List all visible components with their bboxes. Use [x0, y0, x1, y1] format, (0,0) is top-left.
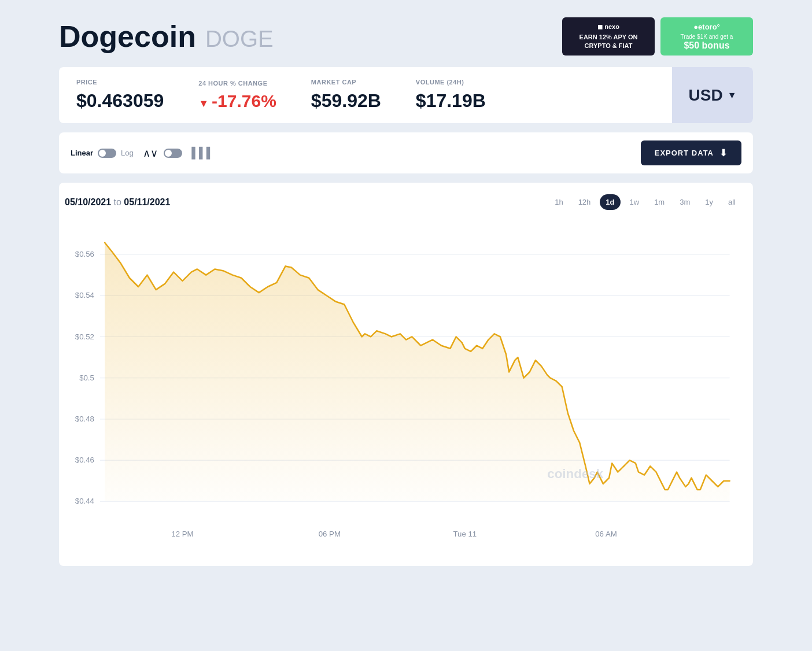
stats-main: PRICE $0.463059 24 HOUR % CHANGE -17.76%… — [59, 67, 672, 123]
export-label: EXPORT DATA — [655, 149, 714, 157]
price-label: PRICE — [76, 79, 164, 86]
marketcap-stat: MARKET CAP $59.92B — [311, 79, 381, 112]
change-value: -17.76% — [198, 91, 276, 111]
linear-log-toggle: Linear Log — [71, 149, 134, 158]
etoro-ad[interactable]: ●etoro° Trade $1K and get a $50 bonus — [660, 17, 753, 56]
time-btn-all[interactable]: all — [722, 194, 741, 210]
chart-type-switch[interactable] — [164, 149, 182, 158]
line-chart-icon[interactable]: ∧∨ — [143, 147, 158, 160]
svg-text:06 AM: 06 AM — [595, 530, 617, 538]
coin-name: Dogecoin — [59, 19, 196, 54]
svg-text:06 PM: 06 PM — [319, 530, 341, 538]
svg-text:12 PM: 12 PM — [171, 530, 193, 538]
svg-text:$0.56: $0.56 — [75, 250, 94, 258]
export-button[interactable]: EXPORT DATA ⬇ — [641, 140, 741, 165]
date-to-label: to — [114, 197, 124, 207]
log-label: Log — [121, 149, 134, 157]
linear-label: Linear — [71, 149, 93, 157]
download-icon: ⬇ — [719, 147, 728, 158]
nexo-text: EARN 12% APY ONCRYPTO & FIAT — [580, 33, 638, 50]
change-stat: 24 HOUR % CHANGE -17.76% — [198, 80, 276, 111]
volume-label: VOLUME (24H) — [416, 79, 486, 86]
price-chart: $0.56 $0.54 $0.52 $0.5 $0.48 $0.46 $0.44… — [65, 219, 741, 560]
linear-log-switch[interactable] — [98, 149, 116, 158]
stats-panel: PRICE $0.463059 24 HOUR % CHANGE -17.76%… — [59, 67, 753, 123]
svg-text:$0.46: $0.46 — [75, 456, 94, 464]
chart-svg-container: $0.56 $0.54 $0.52 $0.5 $0.48 $0.46 $0.44… — [65, 219, 741, 560]
svg-text:$0.44: $0.44 — [75, 497, 94, 505]
date-range: 05/10/2021 to 05/11/2021 — [65, 197, 170, 208]
volume-value: $17.19B — [416, 90, 486, 112]
time-btn-3m[interactable]: 3m — [674, 194, 696, 210]
watermark-text: coindesk — [547, 467, 604, 481]
etoro-brand: ●etoro° — [693, 23, 720, 31]
bar-chart-icon[interactable]: ▐▐▐ — [188, 147, 210, 159]
chart-controls-row: Linear Log ∧∨ ▐▐▐ EXPORT DATA ⬇ — [59, 132, 753, 173]
time-btn-1h[interactable]: 1h — [549, 194, 569, 210]
currency-selector[interactable]: USD ▼ — [672, 67, 753, 123]
chevron-down-icon: ▼ — [728, 90, 737, 101]
price-value: $0.463059 — [76, 90, 164, 112]
date-range-row: 05/10/2021 to 05/11/2021 1h 12h 1d 1w 1m… — [65, 194, 741, 219]
etoro-text: Trade $1K and get a — [681, 33, 733, 40]
time-btn-1w[interactable]: 1w — [624, 194, 645, 210]
chart-wrapper: 05/10/2021 to 05/11/2021 1h 12h 1d 1w 1m… — [59, 183, 753, 566]
change-label: 24 HOUR % CHANGE — [198, 80, 276, 87]
chart-left-controls: Linear Log ∧∨ ▐▐▐ — [71, 147, 210, 160]
marketcap-label: MARKET CAP — [311, 79, 381, 86]
coin-title: Dogecoin DOGE — [59, 19, 274, 54]
time-btn-1d[interactable]: 1d — [600, 194, 620, 210]
main-container: Dogecoin DOGE ◼ nexo EARN 12% APY ONCRYP… — [59, 17, 753, 566]
svg-text:$0.5: $0.5 — [79, 373, 94, 382]
currency-label: USD — [689, 86, 723, 105]
etoro-bonus: $50 bonus — [684, 40, 729, 51]
nexo-icon: ◼ nexo — [597, 23, 619, 31]
time-btn-12h[interactable]: 12h — [573, 194, 597, 210]
toggle-knob — [99, 150, 106, 157]
date-from: 05/10/2021 — [65, 197, 111, 207]
time-buttons: 1h 12h 1d 1w 1m 3m 1y all — [549, 194, 741, 210]
time-btn-1m[interactable]: 1m — [648, 194, 670, 210]
price-stat: PRICE $0.463059 — [76, 79, 164, 112]
nexo-ad[interactable]: ◼ nexo EARN 12% APY ONCRYPTO & FIAT — [562, 17, 655, 56]
coin-ticker: DOGE — [205, 26, 274, 52]
volume-stat: VOLUME (24H) $17.19B — [416, 79, 486, 112]
svg-text:$0.52: $0.52 — [75, 332, 94, 341]
chart-type-icons: ∧∨ ▐▐▐ — [143, 147, 210, 160]
marketcap-value: $59.92B — [311, 90, 381, 112]
svg-text:$0.54: $0.54 — [75, 291, 94, 299]
toggle-knob-2 — [165, 150, 172, 157]
ads-container: ◼ nexo EARN 12% APY ONCRYPTO & FIAT ●eto… — [562, 17, 753, 56]
time-btn-1y[interactable]: 1y — [699, 194, 719, 210]
date-to: 05/11/2021 — [124, 197, 170, 207]
svg-text:Tue 11: Tue 11 — [453, 530, 477, 538]
page-header: Dogecoin DOGE ◼ nexo EARN 12% APY ONCRYP… — [59, 17, 753, 56]
svg-text:$0.48: $0.48 — [75, 415, 94, 423]
